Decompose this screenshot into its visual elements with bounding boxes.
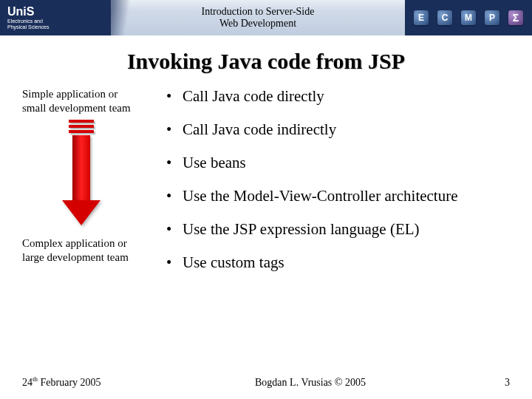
badge-p: P: [485, 10, 499, 25]
complexity-top-line2: small development team: [22, 102, 131, 114]
bullets-column: •Call Java code directly •Call Java code…: [166, 87, 517, 287]
header-title-line-2: Web Development: [219, 18, 296, 30]
footer-copyright: Bogdan L. Vrusias © 2005: [140, 377, 480, 389]
badge-c: C: [437, 10, 452, 25]
badge-e: E: [414, 10, 429, 25]
footer: 24th February 2005 Bogdan L. Vrusias © 2…: [0, 375, 532, 389]
footer-day: 24: [22, 377, 33, 388]
bullet-text: Use beans: [183, 154, 246, 172]
bullet-item: •Use the JSP expression language (EL): [166, 220, 517, 239]
header-org-block: UniS Electronics and Physical Sciences: [0, 0, 111, 35]
bullet-item: •Call Java code directly: [166, 87, 517, 106]
bullet-dot-icon: •: [166, 187, 183, 205]
bullet-text: Call Java code directly: [183, 87, 324, 106]
bullet-item: •Use the Model-View-Controller architect…: [166, 187, 517, 205]
header-title-line-1: Introduction to Server-Side: [202, 6, 315, 18]
header-badges: E C M P Σ: [405, 0, 532, 35]
bullet-dot-icon: •: [166, 87, 183, 106]
slide-title: Invoking Java code from JSP: [0, 49, 532, 74]
bullet-text: Call Java code indirectly: [183, 120, 336, 139]
dept-line-1: Electronics and: [7, 18, 43, 24]
arrow-down-icon: [66, 120, 96, 231]
org-logo-text: UniS: [7, 5, 34, 18]
footer-day-suffix: th: [33, 375, 38, 383]
footer-page-number: 3: [480, 377, 510, 389]
bullet-dot-icon: •: [166, 154, 183, 172]
bullet-text: Use the Model-View-Controller architectu…: [183, 187, 458, 205]
header-title-block: Introduction to Server-Side Web Developm…: [111, 0, 405, 35]
left-column: Simple application or small development …: [22, 87, 166, 287]
arrow-shaft: [72, 135, 90, 200]
badge-sigma: Σ: [508, 10, 523, 25]
arrow-tail: [69, 120, 94, 135]
complexity-bottom-line1: Complex application or: [22, 237, 127, 249]
dept-line-2: Physical Sciences: [7, 24, 49, 30]
bullet-text: Use custom tags: [183, 253, 284, 272]
bullet-dot-icon: •: [166, 120, 183, 139]
complexity-bottom-line2: large development team: [22, 251, 129, 263]
header-decoration: [105, 0, 142, 35]
footer-month-year: February 2005: [38, 377, 101, 388]
bullet-item: •Use beans: [166, 154, 517, 172]
bullet-dot-icon: •: [166, 253, 183, 272]
complexity-label-bottom: Complex application or large development…: [22, 236, 166, 265]
bullet-dot-icon: •: [166, 220, 183, 239]
bullet-item: •Use custom tags: [166, 253, 517, 272]
arrow-head: [62, 200, 100, 225]
badge-m: M: [461, 10, 476, 25]
header-band: UniS Electronics and Physical Sciences I…: [0, 0, 532, 35]
footer-date: 24th February 2005: [22, 375, 140, 389]
bullet-text: Use the JSP expression language (EL): [183, 220, 420, 239]
slide-content: Simple application or small development …: [0, 87, 532, 287]
complexity-label-top: Simple application or small development …: [22, 87, 166, 115]
bullet-item: •Call Java code indirectly: [166, 120, 517, 139]
complexity-top-line1: Simple application or: [22, 88, 117, 100]
